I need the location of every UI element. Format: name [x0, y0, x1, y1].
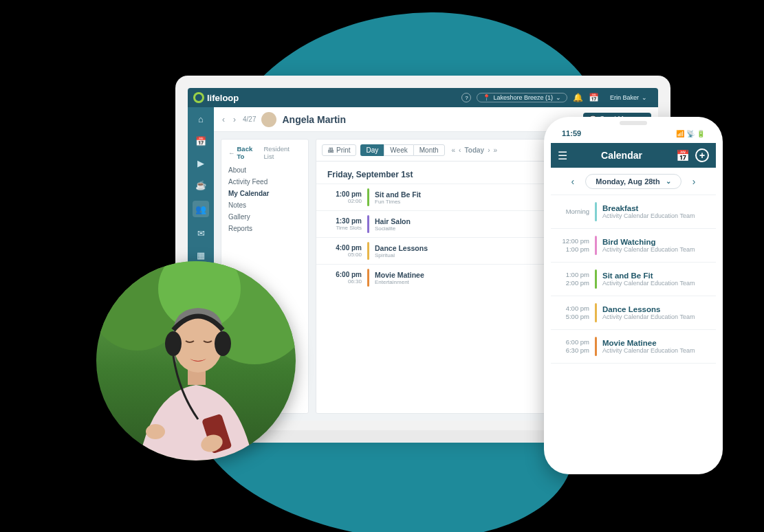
event-color-bar [595, 269, 597, 289]
first-button[interactable]: « [452, 146, 456, 154]
event-color-bar [367, 269, 369, 287]
prev-button[interactable]: ‹ [221, 113, 226, 126]
chevron-down-icon: ⌄ [666, 177, 671, 185]
event-body: Bird WatchingActivity Calendar Education… [602, 238, 695, 253]
date-bar: ‹ Monday, Aug 28th ⌄ › [551, 168, 716, 195]
calendar-icon[interactable]: 📅 [676, 149, 690, 162]
last-button[interactable]: » [494, 146, 498, 154]
next-day-button[interactable]: › [488, 146, 490, 154]
calendar-icon[interactable]: 📅 [589, 93, 599, 102]
location-selector[interactable]: 📍 Lakeshore Breeze (1) ⌄ [477, 93, 567, 102]
submenu-item[interactable]: About [228, 164, 301, 176]
arrow-left-icon: ← [228, 149, 235, 157]
event-body: BreakfastActivity Calendar Education Tea… [602, 204, 695, 219]
brand-logo[interactable]: lifeloop [193, 92, 239, 103]
chevron-down-icon: ⌄ [556, 94, 561, 101]
event-color-bar [595, 236, 597, 255]
nav-coffee-icon[interactable]: ☕ [195, 179, 207, 191]
help-icon[interactable]: ? [461, 93, 471, 102]
event-time: Morning [559, 208, 595, 216]
svg-point-5 [165, 331, 182, 356]
phone-event-list: MorningBreakfastActivity Calendar Educat… [551, 195, 716, 467]
chevron-down-icon: ⌄ [642, 94, 647, 101]
phone-title: Calendar [573, 150, 670, 161]
event-color-bar [367, 215, 369, 233]
date-picker[interactable]: Monday, Aug 28th ⌄ [585, 174, 681, 189]
phone-notch [596, 117, 671, 132]
logo-icon [193, 92, 204, 103]
event-time: 4:00 pm5:00 pm [559, 304, 595, 321]
print-icon: 🖶 [327, 146, 334, 154]
pin-icon: 📍 [483, 94, 490, 101]
user-menu[interactable]: Erin Baker ⌄ [604, 93, 653, 102]
today-button[interactable]: Today [464, 146, 484, 154]
event-color-bar [595, 303, 597, 322]
submenu-item[interactable]: Notes [228, 199, 301, 211]
signal-icon: 📶 [676, 130, 684, 137]
phone-event-row[interactable]: MorningBreakfastActivity Calendar Educat… [551, 195, 716, 229]
submenu-item[interactable]: Reports [228, 223, 301, 234]
next-button[interactable]: › [232, 113, 237, 126]
app-topbar: lifeloop ? 📍 Lakeshore Breeze (1) ⌄ 🔔 📅 … [188, 88, 658, 107]
event-body: Dance LessonsActivity Calendar Education… [602, 305, 695, 320]
submenu-item[interactable]: Activity Feed [228, 176, 301, 188]
nav-calendar-icon[interactable]: 📅 [195, 135, 207, 147]
event-color-bar [367, 188, 369, 206]
event-body: Dance LessonsSpiritual [375, 244, 471, 258]
nav-home-icon[interactable]: ⌂ [195, 113, 207, 125]
user-name: Erin Baker [610, 94, 639, 101]
phone-header: ☰ Calendar 📅 + [551, 143, 716, 168]
event-body: Movie MatineeEntertainment [375, 271, 471, 285]
event-color-bar [367, 242, 369, 260]
event-color-bar [595, 337, 597, 356]
svg-point-6 [215, 331, 231, 356]
phone-event-row[interactable]: 12:00 pm1:00 pmBird WatchingActivity Cal… [551, 229, 716, 263]
event-time: 6:00 pm6:30 pm [559, 338, 595, 355]
phone-event-row[interactable]: 1:00 pm2:00 pmSit and Be FitActivity Cal… [551, 263, 716, 296]
prev-day-button[interactable]: ‹ [459, 146, 461, 154]
event-time: 1:00 pm2:00 pm [559, 271, 595, 287]
brand-name: lifeloop [207, 93, 239, 103]
wifi-icon: 📡 [686, 130, 695, 137]
event-body: Sit and Be FitActivity Calendar Educatio… [602, 271, 695, 287]
back-link[interactable]: ← Back To Resident List [228, 145, 301, 160]
submenu-item[interactable]: My Calendar [228, 188, 301, 199]
date-navigator: « ‹ Today › » [452, 146, 498, 154]
nav-message-icon[interactable]: ✉ [195, 227, 207, 239]
resident-name: Angela Martin [282, 114, 346, 125]
svg-point-9 [146, 424, 165, 439]
event-time: 1:30 pmTime Slots [325, 217, 367, 231]
location-label: Lakeshore Breeze (1) [493, 94, 553, 101]
phone-event-row[interactable]: 6:00 pm6:30 pmMovie MatineeActivity Cale… [551, 330, 716, 364]
print-button[interactable]: 🖶 Print [322, 144, 356, 156]
view-switcher: DayWeekMonth [360, 144, 445, 156]
event-body: Hair SalonSocialite [375, 217, 471, 232]
nav-people-icon[interactable]: 👥 [193, 201, 209, 217]
event-time: 1:00 pm02:00 [325, 190, 367, 204]
event-color-bar [595, 202, 597, 221]
notification-icon[interactable]: 🔔 [573, 93, 583, 102]
phone-event-row[interactable]: 4:00 pm5:00 pmDance LessonsActivity Cale… [551, 296, 716, 330]
event-time: 6:00 pm06:30 [325, 271, 367, 285]
record-counter: 4/27 [243, 115, 256, 123]
status-time: 11:59 [562, 129, 581, 137]
nav-report-icon[interactable]: ▦ [195, 249, 207, 261]
prev-date-button[interactable]: ‹ [567, 173, 579, 190]
battery-icon: 🔋 [697, 130, 705, 137]
menu-icon[interactable]: ☰ [558, 149, 567, 162]
view-month-button[interactable]: Month [413, 144, 445, 156]
view-day-button[interactable]: Day [360, 144, 384, 156]
submenu-item[interactable]: Gallery [228, 211, 301, 223]
add-button[interactable]: + [695, 148, 709, 162]
nav-play-icon[interactable]: ▶ [195, 157, 207, 169]
lifestyle-photo [96, 261, 296, 461]
event-body: Sit and Be FitFun Times [375, 190, 471, 205]
phone-screen: 11:59 📶 📡 🔋 ☰ Calendar 📅 + ‹ Monday, Aug… [551, 124, 716, 467]
avatar[interactable] [261, 112, 276, 127]
event-time: 12:00 pm1:00 pm [559, 237, 595, 254]
event-body: Movie MatineeActivity Calendar Education… [602, 339, 695, 354]
phone-frame: 11:59 📶 📡 🔋 ☰ Calendar 📅 + ‹ Monday, Aug… [544, 117, 723, 474]
view-week-button[interactable]: Week [384, 144, 413, 156]
next-date-button[interactable]: › [688, 173, 700, 190]
event-time: 4:00 pm05:00 [325, 244, 367, 258]
